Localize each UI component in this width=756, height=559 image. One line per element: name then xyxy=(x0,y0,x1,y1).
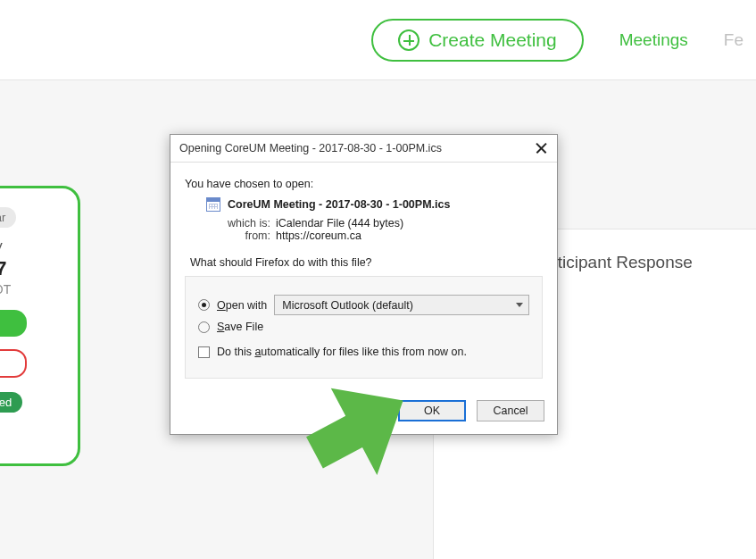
meeting-card: Calendar esday 30 17 0 PM EDT es o Respo… xyxy=(0,186,80,466)
open-with-label: Open with xyxy=(217,299,267,312)
open-file-dialog: Opening CoreUM Meeting - 2017-08-30 - 1-… xyxy=(170,134,558,435)
which-is-value: iCalendar File (444 bytes) xyxy=(276,217,403,229)
ok-button[interactable]: OK xyxy=(398,400,466,421)
dialog-question: What should Firefox do with this file? xyxy=(190,256,543,269)
auto-checkbox[interactable] xyxy=(198,346,210,358)
chevron-down-icon xyxy=(516,303,523,307)
save-file-row[interactable]: Save File xyxy=(198,321,529,333)
nav-fe[interactable]: Fe xyxy=(724,30,744,50)
yes-button[interactable]: es xyxy=(0,310,27,337)
save-file-label: Save File xyxy=(217,321,263,333)
cancel-button[interactable]: Cancel xyxy=(477,400,544,421)
dialog-title: Opening CoreUM Meeting - 2017-08-30 - 1-… xyxy=(179,142,442,154)
calendar-file-icon xyxy=(206,197,220,212)
filename: CoreUM Meeting - 2017-08-30 - 1-00PM.ics xyxy=(228,198,450,211)
responded-pill: Responded xyxy=(0,392,22,413)
which-is-row: which is: iCalendar File (444 bytes) xyxy=(224,217,543,229)
nav-meetings[interactable]: Meetings xyxy=(619,30,688,50)
dialog-prompt: You have chosen to open: xyxy=(185,178,543,190)
auto-row[interactable]: Do this automatically for files like thi… xyxy=(198,346,529,358)
open-with-radio[interactable] xyxy=(198,299,210,311)
top-nav: Create Meeting Meetings Fe xyxy=(0,0,756,80)
from-value: https://coreum.ca xyxy=(276,229,361,242)
dialog-body: You have chosen to open: CoreUM Meeting … xyxy=(170,163,557,389)
create-meeting-label: Create Meeting xyxy=(428,29,557,51)
auto-label: Do this automatically for files like thi… xyxy=(217,346,467,358)
create-meeting-button[interactable]: Create Meeting xyxy=(371,19,584,62)
app-select-value: Microsoft Outlook (default) xyxy=(282,299,413,312)
option-panel: Open with Microsoft Outlook (default) Sa… xyxy=(185,276,543,379)
card-time: 0 PM EDT xyxy=(0,282,65,296)
calendar-pill: Calendar xyxy=(0,207,16,228)
open-with-row[interactable]: Open with Microsoft Outlook (default) xyxy=(198,295,529,315)
no-button[interactable]: o xyxy=(0,349,27,378)
save-file-radio[interactable] xyxy=(198,321,210,333)
card-date: 30 17 xyxy=(0,257,65,280)
dialog-buttons: OK Cancel xyxy=(170,389,557,434)
app-select[interactable]: Microsoft Outlook (default) xyxy=(274,295,529,315)
plus-circle-icon xyxy=(398,29,420,51)
dialog-titlebar: Opening CoreUM Meeting - 2017-08-30 - 1-… xyxy=(170,135,557,163)
card-day-name: esday xyxy=(0,238,65,255)
close-icon[interactable] xyxy=(534,140,550,156)
from-label: from: xyxy=(224,229,270,242)
which-is-label: which is: xyxy=(224,217,270,229)
file-row: CoreUM Meeting - 2017-08-30 - 1-00PM.ics xyxy=(206,197,543,212)
from-row: from: https://coreum.ca xyxy=(224,229,543,242)
